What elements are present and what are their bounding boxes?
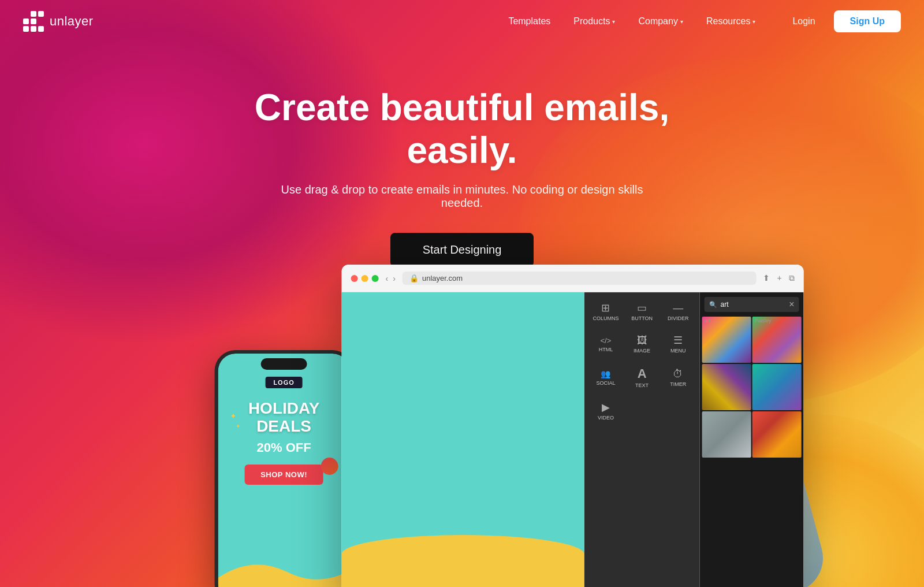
browser-traffic-lights xyxy=(351,275,379,282)
phone-decoration-ball xyxy=(321,458,338,475)
tool-timer[interactable]: ⏱ TIMER xyxy=(661,362,695,394)
nav-link-company[interactable]: Company ▾ xyxy=(629,12,692,31)
image-result-1[interactable]: art xyxy=(702,317,751,363)
tool-button-label: BUTTON xyxy=(631,315,653,321)
nav-links: Templates Products ▾ Company ▾ Resources… xyxy=(499,12,765,31)
browser-forward-icon[interactable]: › xyxy=(393,274,396,283)
email-canvas xyxy=(342,292,584,587)
lock-icon: 🔒 xyxy=(409,274,419,283)
login-button[interactable]: Login xyxy=(783,12,824,31)
company-chevron-icon: ▾ xyxy=(680,18,683,25)
nav-item-templates[interactable]: Templates xyxy=(499,12,560,31)
star-burst-icon-2: ✦ xyxy=(236,423,240,429)
browser-content: ⊞ COLUMNS ▭ BUTTON — DIVIDER </> xyxy=(342,292,804,587)
mockup-container: LOGO ✦ ✦ HOLIDAY DEALS 20% OFF SHOP NOW! xyxy=(215,265,804,587)
phone-mockup: LOGO ✦ ✦ HOLIDAY DEALS 20% OFF SHOP NOW! xyxy=(215,350,353,587)
navigation: unlayer Templates Products ▾ Company ▾ R… xyxy=(0,0,924,43)
tool-video[interactable]: ▶ VIDEO xyxy=(589,396,623,426)
tool-video-label: VIDEO xyxy=(598,415,614,421)
star-burst-icon: ✦ xyxy=(230,411,240,421)
browser-back-icon[interactable]: ‹ xyxy=(386,274,389,283)
tool-text[interactable]: A TEXT xyxy=(625,362,659,394)
nav-item-company[interactable]: Company ▾ xyxy=(629,12,692,31)
hero-subtitle: Use drag & drop to create emails in minu… xyxy=(260,183,664,210)
editor-sidebar: ⊞ COLUMNS ▭ BUTTON — DIVIDER </> xyxy=(584,292,700,587)
search-icon: 🔍 xyxy=(709,301,717,309)
tool-button[interactable]: ▭ BUTTON xyxy=(625,297,659,327)
hero-section: Create beautiful emails, easily. Use dra… xyxy=(0,0,924,587)
new-tab-icon[interactable]: + xyxy=(777,273,781,283)
tool-text-label: TEXT xyxy=(635,382,649,388)
image-result-3[interactable] xyxy=(702,364,751,410)
phone-screen: LOGO ✦ ✦ HOLIDAY DEALS 20% OFF SHOP NOW! xyxy=(218,354,350,587)
image-result-4[interactable] xyxy=(752,364,802,410)
image-result-6[interactable] xyxy=(752,411,802,458)
logo-text: unlayer xyxy=(50,14,94,29)
tool-image[interactable]: 🖼 IMAGE xyxy=(625,329,659,359)
tool-html[interactable]: </> HTML xyxy=(589,329,623,359)
tool-divider[interactable]: — DIVIDER xyxy=(661,297,695,327)
phone-shop-button: SHOP NOW! xyxy=(244,465,323,485)
browser-mockup: ‹ › 🔒 unlayer.com ⬆ + ⧉ xyxy=(342,265,804,587)
tool-divider-label: DIVIDER xyxy=(668,315,689,321)
tool-social[interactable]: 👥 SOCIAL xyxy=(589,362,623,394)
clear-search-icon[interactable]: × xyxy=(789,299,794,310)
tool-image-label: IMAGE xyxy=(634,348,650,354)
start-designing-button[interactable]: Start Designing xyxy=(390,233,534,267)
image-label-2: Paisley xyxy=(752,317,802,325)
browser-action-buttons: ⬆ + ⧉ xyxy=(763,273,794,283)
signup-button[interactable]: Sign Up xyxy=(834,10,901,32)
image-label-1: art xyxy=(702,317,751,325)
image-label-4 xyxy=(752,364,802,366)
button-icon: ▭ xyxy=(637,303,647,313)
share-icon[interactable]: ⬆ xyxy=(763,273,770,283)
image-result-5[interactable] xyxy=(702,411,751,458)
image-icon: 🖼 xyxy=(637,335,647,345)
text-icon: A xyxy=(638,367,647,380)
phone-holiday-text: HOLIDAY DEALS xyxy=(248,400,319,436)
image-result-2[interactable]: Paisley xyxy=(752,317,802,363)
phone-discount-text: 20% OFF xyxy=(257,440,311,455)
nav-item-products[interactable]: Products ▾ xyxy=(564,12,624,31)
tool-timer-label: TIMER xyxy=(670,381,686,387)
canvas-wave xyxy=(342,535,584,587)
logo-icon xyxy=(23,11,44,32)
nav-link-templates[interactable]: Templates xyxy=(499,12,560,31)
browser-close-dot xyxy=(351,275,358,282)
tool-html-label: HTML xyxy=(599,347,613,352)
browser-maximize-dot xyxy=(372,275,379,282)
image-search-panel: 🔍 × art Paisley xyxy=(700,292,804,587)
editor-tools-grid: ⊞ COLUMNS ▭ BUTTON — DIVIDER </> xyxy=(589,297,695,426)
browser-minimize-dot xyxy=(362,275,368,282)
tool-columns[interactable]: ⊞ COLUMNS xyxy=(589,297,623,327)
phone-wave-svg xyxy=(218,555,350,587)
browser-nav-buttons: ‹ › xyxy=(386,274,396,283)
phone-logo-badge: LOGO xyxy=(265,377,302,388)
browser-bar: ‹ › 🔒 unlayer.com ⬆ + ⧉ xyxy=(342,265,804,292)
image-search-input[interactable] xyxy=(721,300,786,309)
products-chevron-icon: ▾ xyxy=(612,18,615,25)
timer-icon: ⏱ xyxy=(673,369,683,379)
hero-title: Create beautiful emails, easily. xyxy=(202,87,722,172)
menu-icon: ☰ xyxy=(673,335,683,345)
image-search-bar[interactable]: 🔍 × xyxy=(705,297,799,312)
logo-link[interactable]: unlayer xyxy=(23,11,94,32)
tool-menu-label: MENU xyxy=(670,348,686,354)
image-label-3 xyxy=(702,364,751,366)
nav-item-resources[interactable]: Resources ▾ xyxy=(697,12,765,31)
video-icon: ▶ xyxy=(602,402,610,413)
tool-menu[interactable]: ☰ MENU xyxy=(661,329,695,359)
image-label-6 xyxy=(752,411,802,414)
tool-columns-label: COLUMNS xyxy=(593,315,619,321)
nav-link-resources[interactable]: Resources ▾ xyxy=(697,12,765,31)
browser-url-bar[interactable]: 🔒 unlayer.com xyxy=(403,272,756,285)
phone-decorations: ✦ ✦ xyxy=(230,411,240,429)
nav-actions: Login Sign Up xyxy=(783,10,901,32)
browser-url-text: unlayer.com xyxy=(422,274,463,283)
nav-link-products[interactable]: Products ▾ xyxy=(564,12,624,31)
html-icon: </> xyxy=(601,337,612,344)
copy-icon[interactable]: ⧉ xyxy=(789,273,795,283)
image-label-5 xyxy=(702,411,751,414)
resources-chevron-icon: ▾ xyxy=(752,18,755,25)
phone-notch xyxy=(261,358,307,370)
